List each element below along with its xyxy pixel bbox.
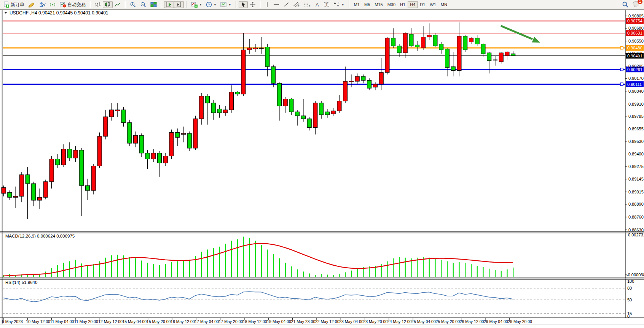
candle-body (158, 153, 162, 163)
autotrading-button[interactable]: 自动交易 (58, 1, 88, 8)
crayon-button[interactable] (26, 1, 37, 8)
candle-body (481, 44, 485, 54)
price-tick-label: 0.88890 (628, 202, 644, 206)
notifications-button[interactable]: 1 (633, 1, 640, 9)
candle-body (499, 53, 503, 62)
candle-body (247, 48, 252, 50)
line-chart-icon (115, 2, 121, 8)
cursor-button[interactable] (239, 1, 248, 8)
rsi-level-label: 100 (627, 279, 634, 284)
tile-windows-button[interactable] (148, 1, 159, 8)
candle-body (397, 46, 402, 53)
timeframe-h4[interactable]: H4 (408, 1, 418, 8)
candlestick-chart-button[interactable] (103, 1, 113, 8)
candle-body (211, 103, 215, 113)
candle-body (121, 110, 126, 123)
periods-button[interactable]: ▼ (204, 1, 218, 8)
signals-button[interactable] (37, 1, 48, 8)
candle-body (104, 117, 108, 136)
equidistant-channel-tool[interactable]: E (291, 1, 302, 8)
time-tick-label: 15 May 04:00 (123, 319, 147, 324)
fibonacci-tool[interactable]: F (302, 1, 312, 8)
candle-body (241, 50, 245, 94)
candle-body (91, 166, 96, 190)
cursor-icon (241, 2, 246, 8)
candle-body (457, 36, 461, 71)
candle-body (14, 196, 18, 198)
candle-body (421, 37, 426, 48)
new-order-button[interactable]: 新订单 (1, 1, 26, 8)
line-handle[interactable] (620, 47, 623, 49)
channel-icon: E (293, 2, 300, 8)
line-handle[interactable] (620, 68, 623, 71)
price-tick-label: 0.89655 (628, 127, 644, 131)
crosshair-button[interactable] (248, 1, 258, 8)
indicators-dropdown-arrow[interactable]: ▼ (199, 3, 202, 6)
vertical-line-tool[interactable] (263, 1, 271, 8)
search-icon[interactable] (622, 1, 629, 8)
market-button[interactable] (48, 1, 58, 8)
timeframe-w1[interactable]: W1 (427, 1, 438, 8)
candle-body (175, 133, 180, 138)
price-line-label: 0.90754 (627, 19, 642, 23)
candle-body (427, 35, 431, 37)
candle-body (289, 99, 293, 112)
templates-dropdown-arrow[interactable]: ▼ (228, 3, 231, 6)
line-handle[interactable] (620, 83, 623, 86)
macd-label: MACD(12,26,9) 0.000624 0.000975 (5, 234, 75, 238)
timeframe-m15[interactable]: M15 (372, 1, 385, 8)
horizontal-line-tool[interactable] (271, 1, 281, 8)
arrows-tool[interactable]: ▼ (332, 1, 346, 8)
candle-body (206, 96, 210, 103)
svg-text:F: F (309, 5, 310, 8)
candle-body (283, 99, 287, 106)
timeframe-d1[interactable]: D1 (418, 1, 427, 8)
candle-body (259, 48, 263, 49)
arrows-dropdown-arrow[interactable]: ▼ (341, 3, 344, 6)
text-label-tool[interactable]: T (322, 1, 332, 8)
timeframe-m30[interactable]: M30 (385, 1, 398, 8)
candle-body (187, 133, 191, 148)
time-tick-label: 12 May 12:00 (98, 319, 123, 324)
signals-icon (39, 2, 46, 8)
zoom-in-button[interactable] (128, 1, 138, 8)
candle-body (337, 101, 341, 111)
trendline-tool[interactable] (281, 1, 291, 8)
periods-dropdown-arrow[interactable]: ▼ (214, 3, 217, 6)
timeframe-m5[interactable]: M5 (362, 1, 372, 8)
rsi-level-label: 80 (627, 286, 632, 290)
chart-canvas[interactable]: USDCHF-,H4 0.90421 0.90445 0.90401 0.904… (0, 10, 644, 328)
text-tool[interactable]: A (312, 1, 322, 8)
time-tick-label: 26 May 12:00 (460, 319, 484, 324)
candle-body (391, 38, 395, 46)
zoom-out-button[interactable] (138, 1, 148, 8)
chart-title: USDCHF-,H4 0.90421 0.90445 0.90401 0.904… (10, 10, 108, 16)
templates-icon (220, 2, 227, 8)
candle-body (307, 119, 311, 127)
candle-body (169, 133, 174, 156)
timeframe-h1[interactable]: H1 (398, 1, 408, 8)
bar-chart-icon (95, 2, 101, 8)
fibonacci-icon: F (304, 2, 311, 8)
candle-body (253, 48, 258, 49)
macd-axis-max: 0.002731 (628, 233, 644, 237)
indicators-button[interactable]: ▼ (189, 1, 204, 8)
time-tick-label: 23 May 20:00 (363, 319, 388, 324)
candle-body (62, 149, 66, 165)
price-tick-label: 0.90040 (628, 89, 644, 93)
broadcast-icon (49, 2, 56, 8)
candle-body (379, 73, 383, 84)
candle-body (182, 133, 186, 135)
candle-body (8, 192, 12, 197)
timeframe-m1[interactable]: M1 (352, 1, 362, 8)
auto-scroll-button[interactable] (164, 1, 174, 8)
bar-chart-button[interactable] (93, 1, 103, 8)
chart-shift-button[interactable] (174, 1, 184, 8)
timeframe-mn[interactable]: MN (438, 1, 450, 8)
templates-button[interactable]: ▼ (218, 1, 233, 8)
price-tick-label: 0.89400 (628, 152, 644, 156)
line-chart-button[interactable] (113, 1, 123, 8)
candle-body (199, 96, 204, 119)
price-line-label: 0.90480 (627, 46, 642, 50)
candle-body (67, 149, 72, 158)
